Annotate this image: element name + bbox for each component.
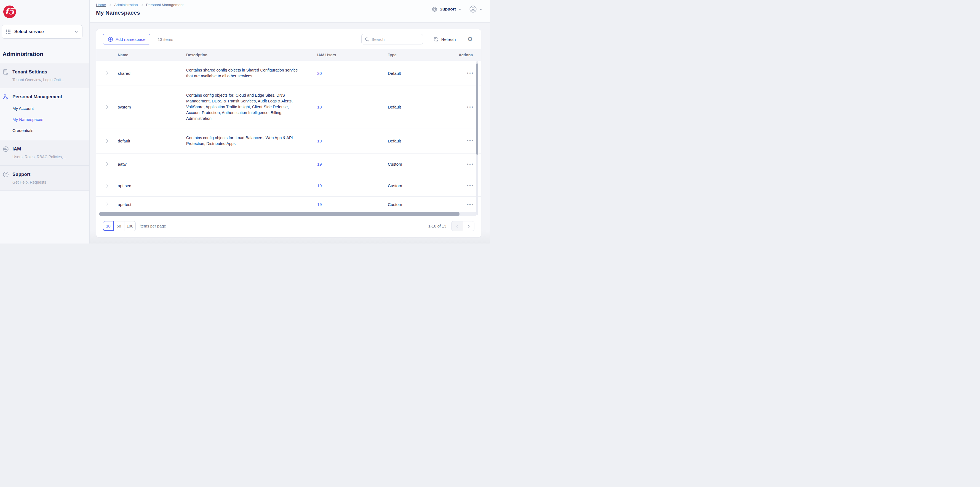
page-size-100[interactable]: 100 — [124, 221, 136, 231]
support-menu-label: Support — [440, 6, 456, 11]
namespace-type: Custom — [388, 202, 457, 207]
iam-users-link[interactable]: 20 — [317, 71, 388, 76]
chevron-left-icon — [455, 224, 459, 228]
sidebar: f5 Select service Administration — [0, 0, 90, 244]
table-row: system Contains config objects for: Clou… — [96, 86, 481, 128]
iam-sub: Users, Roles, RBAC Policies,... — [13, 155, 86, 159]
tenant-settings-label: Tenant Settings — [13, 69, 47, 75]
namespace-name: default — [118, 139, 186, 143]
content-area: Add namespace 13 items — [90, 22, 490, 244]
page-size-50[interactable]: 50 — [114, 221, 124, 231]
chevron-right-icon — [108, 3, 112, 6]
namespace-name: api-test — [118, 202, 186, 207]
table-toolbar: Add namespace 13 items — [96, 29, 481, 49]
column-header-actions: Actions — [457, 53, 481, 57]
sidebar-item-support[interactable]: Support Get Help, Requests — [0, 165, 89, 191]
pagination-bar: 10 50 100 items per page 1-10 of 13 — [96, 216, 481, 236]
horizontal-scrollbar-thumb[interactable] — [99, 212, 460, 216]
refresh-icon — [434, 37, 439, 42]
row-expand-chevron-icon[interactable] — [96, 202, 118, 206]
personal-management-label: Personal Management — [13, 94, 62, 100]
lifebuoy-icon — [432, 6, 438, 12]
sidebar-link[interactable]: My Account — [13, 106, 86, 111]
key-icon — [3, 146, 9, 152]
iam-users-link[interactable]: 18 — [317, 105, 388, 109]
iam-users-link[interactable]: 19 — [317, 162, 388, 166]
page-title: My Namespaces — [96, 10, 483, 16]
namespace-type: Custom — [388, 183, 457, 188]
breadcrumb-home[interactable]: Home — [96, 3, 106, 7]
sidebar-item-iam[interactable]: IAM Users, Roles, RBAC Policies,... — [0, 140, 89, 165]
sidebar-item-personal-management: Personal Management My AccountMy Namespa… — [0, 88, 89, 140]
select-service-dropdown[interactable]: Select service — [2, 25, 83, 39]
next-page-button[interactable] — [463, 221, 474, 231]
page-size-10[interactable]: 10 — [103, 221, 114, 231]
support-section-sub: Get Help, Requests — [13, 180, 86, 184]
sidebar-link[interactable]: Credentials — [13, 128, 86, 133]
personal-management-links: My AccountMy NamespacesCredentials — [13, 106, 86, 133]
iam-users-link[interactable]: 19 — [317, 202, 388, 207]
chevron-down-icon — [479, 8, 483, 11]
building-gear-icon — [3, 69, 9, 75]
row-expand-chevron-icon[interactable] — [96, 71, 118, 75]
table-body: shared Contains shared config objects in… — [96, 61, 481, 211]
tenant-settings-sub: Tenant Overview, Login Opti... — [13, 78, 86, 82]
iam-users-link[interactable]: 19 — [317, 139, 388, 143]
refresh-button[interactable]: Refresh — [434, 37, 456, 42]
iam-label: IAM — [13, 146, 21, 152]
items-per-page-label: items per page — [140, 224, 166, 228]
breadcrumb-administration[interactable]: Administration — [114, 3, 138, 7]
person-gear-icon — [3, 94, 9, 100]
breadcrumb: Home Administration Personal Management — [96, 3, 483, 7]
pagination-range: 1-10 of 13 — [428, 224, 446, 228]
horizontal-scrollbar[interactable] — [99, 212, 477, 216]
table-row: api-test 19 Custom ••• — [96, 196, 481, 211]
support-menu[interactable]: Support — [432, 6, 462, 12]
row-expand-chevron-icon[interactable] — [96, 162, 118, 166]
namespace-description: Contains shared config objects in Shared… — [186, 67, 307, 79]
sidebar-link[interactable]: My Namespaces — [13, 117, 86, 122]
plus-circle-icon — [108, 37, 113, 42]
account-menu[interactable] — [469, 5, 483, 13]
row-expand-chevron-icon[interactable] — [96, 184, 118, 188]
chevron-right-icon — [467, 224, 471, 228]
vertical-scrollbar-thumb[interactable] — [476, 64, 478, 155]
items-count: 13 items — [158, 37, 173, 42]
support-section-label: Support — [13, 172, 30, 177]
namespace-type: Default — [388, 139, 457, 143]
app-window: f5 Select service Administration — [0, 0, 490, 244]
namespace-description: Contains config objects for: Load Balanc… — [186, 135, 307, 147]
main-area: Home Administration Personal Management … — [90, 0, 490, 244]
iam-users-link[interactable]: 19 — [317, 183, 388, 188]
add-namespace-button[interactable]: Add namespace — [103, 34, 150, 45]
namespace-name: shared — [118, 71, 186, 76]
vertical-scrollbar[interactable] — [476, 61, 478, 215]
table-row: shared Contains shared config objects in… — [96, 61, 481, 86]
search-input[interactable] — [372, 37, 420, 42]
table-settings-gear-icon[interactable]: ⚙ — [467, 36, 473, 42]
column-header-name: Name — [118, 53, 186, 57]
namespace-type: Default — [388, 105, 457, 109]
chevron-right-icon — [140, 3, 144, 6]
table-header-row: Name Description IAM Users Type Actions — [96, 49, 481, 61]
row-expand-chevron-icon[interactable] — [96, 105, 118, 109]
chevron-down-icon — [458, 8, 462, 11]
sidebar-item-tenant-settings[interactable]: Tenant Settings Tenant Overview, Login O… — [0, 63, 89, 88]
avatar-icon — [469, 5, 477, 13]
previous-page-button[interactable] — [451, 221, 463, 231]
table-row: api-sec 19 Custom ••• — [96, 175, 481, 196]
breadcrumb-personal-management: Personal Management — [146, 3, 184, 7]
namespace-type: Default — [388, 71, 457, 76]
table-row: aatw 19 Custom ••• — [96, 153, 481, 175]
namespace-name: aatw — [118, 162, 186, 166]
namespace-name: system — [118, 105, 186, 109]
namespaces-card: Add namespace 13 items — [96, 29, 481, 238]
grid-menu-icon — [6, 29, 11, 34]
table-row: default Contains config objects for: Loa… — [96, 128, 481, 153]
column-header-type: Type — [388, 53, 457, 57]
namespace-name: api-sec — [118, 183, 186, 188]
question-circle-icon — [3, 171, 9, 178]
row-expand-chevron-icon[interactable] — [96, 139, 118, 143]
chevron-down-icon — [75, 30, 78, 34]
namespace-type: Custom — [388, 162, 457, 166]
